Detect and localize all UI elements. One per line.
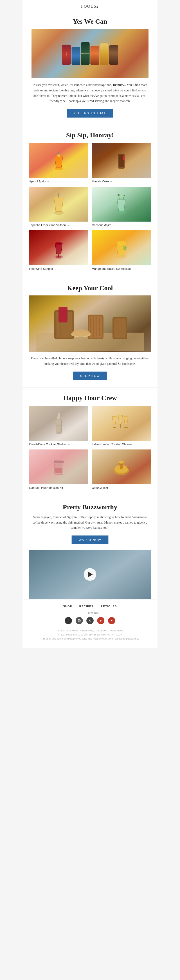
svg-text:f: f	[68, 619, 69, 622]
aperol-visual	[29, 143, 88, 178]
footer: SHOP RECIPES ARTICLES FOLLOW US: f 𝕏 P f…	[22, 599, 158, 648]
products-grid: Dial-A-Drink Cocktail Shaker →	[29, 406, 151, 490]
instagram-icon[interactable]	[76, 617, 83, 624]
watch-now-button[interactable]: WATCH NOW	[71, 536, 109, 544]
svg-marker-55	[118, 415, 123, 424]
svg-point-19	[55, 242, 62, 245]
twitter-icon[interactable]: 𝕏	[87, 617, 93, 624]
footer-fine-print: food52 · Unsubscribe · Privacy Policy · …	[29, 629, 151, 645]
shaker-label[interactable]: Dial-A-Drink Cocktail Shaker →	[29, 442, 88, 446]
footer-link-articles[interactable]: ARTICLES	[101, 605, 117, 608]
footer-fine-line2: © 2021 Food52 Inc., 110 East 25th Street…	[29, 633, 151, 637]
svg-rect-36	[59, 307, 67, 322]
footer-links: SHOP RECIPES ARTICLES	[29, 605, 151, 608]
svg-rect-64	[55, 468, 62, 473]
aperol-label[interactable]: Aperol Spritz →	[29, 180, 88, 183]
section3-body: These double-walled chillers keep your b…	[29, 356, 151, 367]
juicer-image	[92, 449, 151, 484]
hero-image: SMOKE UNDRWOOD UNDRWOOD	[32, 29, 148, 78]
footer-link-recipes[interactable]: RECIPES	[79, 605, 93, 608]
glasses-svg	[110, 412, 133, 434]
tepache-svg	[51, 193, 66, 215]
drinks-grid: Aperol Spritz → Masala Coke →	[29, 143, 151, 270]
can-5	[100, 43, 109, 65]
tepache-image	[29, 187, 88, 221]
video-thumbnail[interactable]	[29, 550, 151, 599]
drink-item-redwine: Red Wine Sangria →	[29, 231, 88, 270]
svg-marker-58	[124, 416, 128, 424]
coconut-visual	[92, 187, 151, 221]
svg-rect-71	[127, 466, 131, 469]
section2-title: Sip Sip, Hooray!	[29, 131, 151, 139]
drink-item-coconut: Coconut Mojito →	[92, 187, 151, 227]
drink-item-masala: Masala Coke →	[92, 143, 151, 183]
header: FOOD52	[22, 0, 158, 11]
facebook-icon[interactable]: f	[65, 617, 72, 624]
svg-text:P: P	[100, 619, 101, 622]
social-icons: f 𝕏 P	[29, 617, 151, 624]
svg-rect-63	[54, 460, 64, 463]
can-4	[90, 46, 99, 65]
infusion-image	[29, 449, 88, 484]
logo: FOOD52	[22, 4, 158, 9]
masala-image	[92, 143, 151, 178]
section-keep-cool: Keep Your Cool	[22, 278, 158, 388]
aperol-image	[29, 143, 88, 178]
svg-point-24	[116, 241, 126, 245]
svg-marker-47	[57, 413, 60, 420]
email-wrapper: FOOD52 Yes We Can SMOKE UNDRWOOD UNDRWOO…	[22, 0, 158, 648]
section-happy-hour: Happy Hour Crew Dial-A-Drink Cocktail	[22, 388, 158, 497]
mango-label[interactable]: Mango and Basil Fizz Mocktail	[92, 267, 151, 270]
svg-point-9	[54, 197, 63, 200]
footer-link-shop[interactable]: SHOP	[63, 605, 72, 608]
pinterest-icon[interactable]: P	[97, 617, 104, 624]
svg-marker-8	[54, 199, 63, 212]
product-glasses: Italian Classic Cocktail Glasses	[92, 406, 151, 446]
glasses-visual	[92, 406, 151, 441]
redwine-label[interactable]: Red Wine Sangria →	[29, 267, 88, 270]
svg-marker-18	[55, 243, 62, 254]
svg-point-75	[80, 620, 80, 620]
mango-visual	[92, 231, 151, 265]
footer-fine-line3: This email was sent to you because you o…	[29, 637, 151, 641]
drink-item-aperol: Aperol Spritz →	[29, 143, 88, 183]
cheers-to-that-button[interactable]: CHEERS TO THAT	[67, 109, 113, 118]
follow-label: FOLLOW US:	[29, 612, 151, 614]
product-infusion: Natural Liquor Infusion Kit →	[29, 449, 88, 490]
redwine-svg	[52, 235, 65, 260]
glasses-image	[92, 406, 151, 441]
glasses-label[interactable]: Italian Classic Cocktail Glasses	[92, 442, 151, 446]
svg-point-51	[57, 432, 61, 434]
shop-now-button[interactable]: SHOP NOW	[73, 372, 107, 380]
svg-point-3	[57, 154, 60, 157]
masala-label[interactable]: Masala Coke →	[92, 180, 151, 183]
section5-body: Sahra Nguyen, founder of Nguyen Coffee S…	[29, 515, 151, 531]
masala-visual	[92, 143, 151, 178]
chiller-svg	[36, 297, 144, 351]
svg-marker-12	[117, 200, 125, 211]
section-sip-sip: Sip Sip, Hooray! Aperol Spritz →	[22, 125, 158, 278]
product-hero-image	[29, 296, 151, 352]
coconut-svg	[115, 193, 128, 215]
masala-svg	[115, 149, 128, 172]
svg-rect-6	[123, 156, 125, 160]
infusion-label[interactable]: Natural Liquor Infusion Kit →	[29, 486, 88, 490]
svg-point-26	[124, 247, 126, 250]
tepache-label[interactable]: Tepache From Yana Volfson →	[29, 223, 88, 227]
coconut-label[interactable]: Coconut Mojito →	[92, 223, 151, 227]
play-icon	[88, 572, 93, 577]
can-1: SMOKE	[62, 45, 71, 65]
section5-title: Pretty Buzzworthy	[29, 503, 151, 511]
section4-title: Happy Hour Crew	[29, 394, 151, 402]
shaker-svg	[52, 411, 65, 436]
section1-title: Yes We Can	[32, 18, 148, 25]
youtube-icon[interactable]	[108, 617, 115, 624]
svg-line-15	[123, 196, 125, 199]
svg-marker-52	[112, 416, 116, 424]
svg-rect-38	[89, 316, 102, 338]
infusion-svg	[50, 455, 68, 478]
juicer-label[interactable]: Citrus Juicer →	[92, 486, 151, 490]
play-button[interactable]	[84, 568, 96, 581]
footer-fine-line1: food52 · Unsubscribe · Privacy Policy · …	[29, 629, 151, 633]
svg-marker-1	[55, 156, 63, 167]
